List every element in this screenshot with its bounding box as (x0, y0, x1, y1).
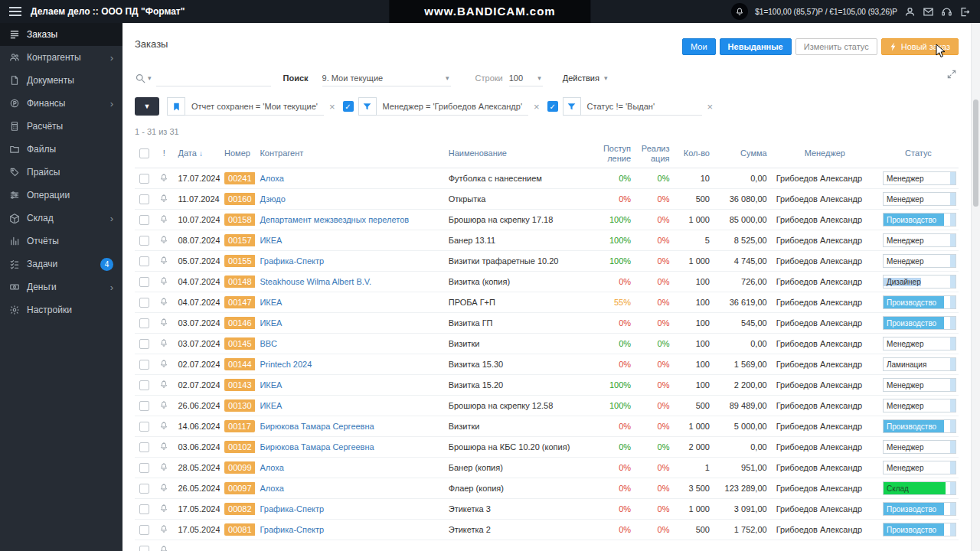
contractor-link[interactable]: Департамент межзвездных перелетов (260, 215, 409, 224)
contractor-link[interactable]: ИКЕА (260, 298, 282, 307)
col-sum[interactable]: Сумма (714, 141, 772, 168)
unissued-button[interactable]: Невыданные (720, 38, 792, 55)
funnel-icon[interactable] (563, 97, 581, 116)
row-checkbox[interactable] (139, 380, 149, 390)
sidebar-item-otchety[interactable]: Отчёты (0, 230, 122, 253)
order-number-badge[interactable]: 00144 (224, 358, 255, 370)
contractor-link[interactable]: Printech 2024 (260, 360, 312, 369)
status-select[interactable]: Ламинация (883, 357, 956, 371)
my-orders-button[interactable]: Мои (682, 38, 716, 55)
row-checkbox[interactable] (139, 401, 149, 411)
row-checkbox[interactable] (139, 298, 149, 308)
caret-down-icon[interactable]: ▾ (148, 74, 152, 82)
status-select[interactable]: Менеджер (883, 233, 956, 247)
bell-icon[interactable] (159, 462, 168, 471)
filter-checkbox[interactable]: ✓ (343, 101, 354, 112)
status-select[interactable]: Производство (883, 295, 956, 309)
row-checkbox[interactable] (139, 360, 149, 370)
contractor-link[interactable]: ИКЕА (260, 236, 282, 245)
funnel-icon[interactable] (358, 97, 377, 116)
bell-icon[interactable] (159, 297, 168, 306)
order-number-badge[interactable]: 00158 (224, 214, 255, 226)
sidebar-item-zadachi[interactable]: Задачи4 (0, 253, 122, 276)
contractor-link[interactable]: ИКЕА (260, 380, 282, 390)
logout-icon[interactable] (959, 6, 971, 18)
status-select[interactable]: Производство (883, 419, 956, 433)
status-select[interactable]: Менеджер (883, 192, 956, 206)
row-checkbox[interactable] (139, 215, 149, 225)
col-sale[interactable]: Реализация (635, 141, 674, 168)
order-number-badge[interactable]: 00148 (224, 276, 255, 288)
new-order-button[interactable]: Новый заказ (881, 38, 959, 55)
status-select[interactable]: Менеджер (883, 171, 956, 185)
bell-icon[interactable] (159, 442, 168, 451)
close-icon[interactable]: × (707, 101, 714, 112)
view-select[interactable]: 9. Мои текущие▾ (322, 70, 451, 86)
order-number-badge[interactable]: 00160 (224, 193, 255, 205)
sidebar-item-finansy[interactable]: Финансы› (0, 92, 122, 115)
mail-icon[interactable] (923, 6, 934, 18)
bell-icon[interactable] (159, 235, 168, 244)
scrollbar-thumb[interactable] (973, 99, 978, 207)
actions-dropdown[interactable]: Действия▾ (563, 73, 609, 83)
order-number-badge[interactable]: 00157 (224, 234, 255, 246)
order-number-badge[interactable]: 00102 (224, 441, 255, 453)
contractor-link[interactable]: Бирюкова Тамара Сергеевна (260, 422, 374, 431)
col-contractor[interactable]: Контрагент (255, 141, 443, 168)
row-checkbox[interactable] (139, 546, 149, 551)
search-input[interactable] (156, 70, 271, 86)
sidebar-item-kontragenty[interactable]: Контрагенты› (0, 46, 122, 69)
status-select[interactable]: Склад (883, 481, 956, 495)
close-icon[interactable]: × (534, 101, 540, 112)
row-checkbox[interactable] (139, 174, 149, 184)
sidebar-item-dokumenty[interactable]: Документы (0, 69, 122, 92)
expand-icon[interactable] (946, 69, 957, 80)
sidebar-item-dengi[interactable]: Деньги› (0, 276, 122, 298)
col-alert[interactable]: ! (155, 141, 173, 168)
contractor-link[interactable]: ИКЕА (260, 318, 282, 328)
contractor-link[interactable]: Дзюдо (260, 194, 285, 204)
filter-checkbox[interactable]: ✓ (547, 101, 558, 112)
col-qty[interactable]: Кол-во (675, 141, 714, 168)
status-select[interactable]: Менеджер (883, 461, 956, 474)
bell-icon[interactable] (159, 524, 168, 533)
order-number-badge[interactable]: 00143 (224, 379, 255, 391)
contractor-link[interactable]: BBC (260, 339, 277, 348)
col-number[interactable]: Номер (220, 141, 255, 168)
status-select[interactable]: Производство (883, 523, 956, 536)
search-icon[interactable] (135, 73, 146, 84)
row-checkbox[interactable] (139, 318, 149, 328)
row-checkbox[interactable] (139, 256, 149, 266)
row-checkbox[interactable] (139, 442, 149, 452)
row-checkbox[interactable] (139, 236, 149, 246)
order-number-badge[interactable]: 00130 (224, 399, 255, 412)
status-select[interactable]: Менеджер (883, 337, 956, 350)
rows-select[interactable]: 100▾ (509, 70, 543, 86)
bell-icon[interactable] (159, 504, 168, 513)
bell-icon[interactable] (159, 338, 168, 347)
order-number-badge[interactable]: 00241 (224, 172, 255, 184)
change-status-button[interactable]: Изменить статус (795, 38, 877, 55)
status-select[interactable]: Дизайнер (883, 275, 956, 289)
order-number-badge[interactable]: 00099 (224, 461, 255, 474)
user-icon[interactable] (904, 6, 916, 18)
bell-icon[interactable] (159, 400, 168, 409)
headset-icon[interactable] (941, 6, 952, 18)
contractor-link[interactable]: Графика-Спектр (260, 525, 324, 534)
bell-icon[interactable] (159, 214, 168, 223)
filter-dropdown-button[interactable]: ▼ (135, 97, 159, 116)
row-checkbox[interactable] (139, 422, 149, 432)
row-checkbox[interactable] (139, 339, 149, 349)
select-all-checkbox[interactable] (139, 148, 149, 158)
order-number-badge[interactable]: 00081 (224, 523, 255, 536)
order-number-badge[interactable]: 00082 (224, 503, 255, 515)
col-status[interactable]: Статус (878, 141, 959, 168)
row-checkbox[interactable] (139, 277, 149, 287)
sidebar-item-zakazy[interactable]: Заказы (0, 23, 122, 46)
contractor-link[interactable]: Графика-Спектр (260, 504, 324, 514)
notification-bell-icon[interactable] (731, 3, 748, 20)
col-name[interactable]: Наименование (444, 141, 597, 168)
col-receipt[interactable]: Поступление (597, 141, 635, 168)
close-icon[interactable]: × (329, 101, 335, 112)
bookmark-icon[interactable] (167, 97, 185, 116)
